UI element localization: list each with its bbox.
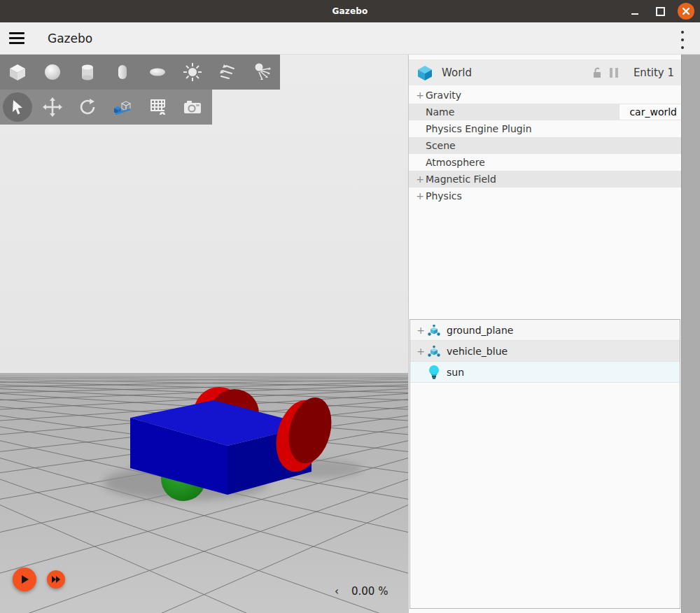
unlock-icon bbox=[591, 66, 603, 79]
component-inspector-panel: World Entity 1 + Gravity Nam bbox=[408, 55, 700, 613]
minimize-button[interactable] bbox=[627, 3, 643, 19]
tools-toolbar bbox=[0, 90, 212, 125]
expand-icon[interactable]: + bbox=[415, 190, 425, 202]
lock-button[interactable] bbox=[589, 64, 606, 81]
pause-icon bbox=[609, 67, 619, 78]
window-title: Gazebo bbox=[332, 6, 368, 16]
play-icon bbox=[20, 575, 29, 584]
snap-icon bbox=[112, 97, 133, 118]
spot-light-icon bbox=[252, 62, 273, 83]
entity-count-label: Entity 1 bbox=[634, 66, 674, 79]
play-button[interactable] bbox=[13, 568, 36, 591]
maximize-icon bbox=[656, 7, 665, 16]
maximize-button[interactable] bbox=[652, 3, 668, 19]
sphere-icon bbox=[42, 62, 63, 83]
fast-forward-icon bbox=[52, 576, 61, 583]
window-titlebar: Gazebo bbox=[0, 0, 700, 22]
world-header: World Entity 1 bbox=[409, 59, 681, 85]
rotate-tool-button[interactable] bbox=[70, 90, 105, 125]
kebab-menu-button[interactable] bbox=[678, 29, 687, 50]
property-row-name[interactable]: Name car_world bbox=[409, 104, 681, 120]
property-row-atmosphere[interactable]: Atmosphere bbox=[409, 154, 681, 171]
expand-icon[interactable]: + bbox=[415, 90, 425, 101]
pause-button[interactable] bbox=[606, 64, 622, 81]
property-label: Magnetic Field bbox=[426, 174, 496, 185]
close-icon bbox=[682, 7, 690, 15]
property-label: Scene bbox=[426, 140, 456, 151]
close-button[interactable] bbox=[678, 3, 694, 20]
model-icon bbox=[427, 324, 441, 337]
point-light-icon bbox=[182, 62, 203, 83]
world-cube-icon bbox=[417, 64, 433, 81]
entity-label: vehicle_blue bbox=[447, 346, 507, 357]
entity-label: sun bbox=[447, 367, 464, 378]
grid-view-icon bbox=[147, 97, 168, 118]
add-sphere-button[interactable] bbox=[35, 55, 70, 90]
entity-label: ground_plane bbox=[447, 325, 513, 336]
ellipsoid-icon bbox=[147, 62, 168, 83]
app-bar: Gazebo bbox=[0, 22, 700, 55]
property-label: Physics bbox=[426, 190, 462, 202]
expand-icon[interactable]: + bbox=[416, 325, 426, 336]
cylinder-icon bbox=[77, 62, 98, 83]
model-icon bbox=[427, 345, 441, 358]
stats-collapse-arrow[interactable]: ‹ bbox=[335, 585, 339, 598]
real-time-factor: 0.00 % bbox=[351, 585, 388, 598]
app-title: Gazebo bbox=[48, 31, 92, 45]
panel-scrollbar[interactable] bbox=[681, 55, 700, 613]
property-label: Physics Engine Plugin bbox=[426, 123, 532, 134]
add-cylinder-button[interactable] bbox=[70, 55, 105, 90]
entity-tree: + ground_plane + bbox=[410, 319, 680, 609]
add-ellipsoid-button[interactable] bbox=[140, 55, 175, 90]
scene-3d-viewport[interactable]: ‹ 0.00 % bbox=[0, 55, 408, 613]
box-icon bbox=[7, 62, 28, 83]
view-angle-tool-button[interactable] bbox=[140, 90, 175, 125]
light-bulb-icon bbox=[427, 365, 441, 380]
property-row-magnetic-field[interactable]: + Magnetic Field bbox=[409, 171, 681, 188]
world-name-value[interactable]: car_world bbox=[620, 104, 681, 120]
property-row-physics-engine-plugin[interactable]: Physics Engine Plugin bbox=[409, 120, 681, 137]
property-label: Gravity bbox=[426, 90, 461, 101]
property-label: Atmosphere bbox=[426, 157, 485, 168]
screenshot-tool-button[interactable] bbox=[175, 90, 210, 125]
tree-item-ground-plane[interactable]: + ground_plane bbox=[410, 320, 680, 341]
step-button[interactable] bbox=[47, 570, 65, 589]
add-spot-light-button[interactable] bbox=[245, 55, 280, 90]
translate-tool-button[interactable] bbox=[35, 90, 70, 125]
world-title: World bbox=[442, 66, 472, 79]
tree-item-sun[interactable]: sun bbox=[410, 362, 680, 383]
capsule-icon bbox=[112, 62, 133, 83]
minimize-icon bbox=[631, 13, 638, 15]
rotate-icon bbox=[77, 97, 98, 118]
tree-item-vehicle-blue[interactable]: + vehicle_blue bbox=[410, 341, 680, 362]
translate-icon bbox=[42, 97, 63, 118]
scene-canvas bbox=[0, 55, 408, 613]
add-capsule-button[interactable] bbox=[105, 55, 140, 90]
property-row-scene[interactable]: Scene bbox=[409, 137, 681, 154]
add-point-light-button[interactable] bbox=[175, 55, 210, 90]
add-directional-light-button[interactable] bbox=[210, 55, 245, 90]
add-box-button[interactable] bbox=[0, 55, 35, 90]
select-tool-button[interactable] bbox=[0, 90, 35, 125]
snap-tool-button[interactable] bbox=[105, 90, 140, 125]
property-row-gravity[interactable]: + Gravity bbox=[409, 87, 681, 104]
property-row-physics[interactable]: + Physics bbox=[409, 188, 681, 204]
directional-light-icon bbox=[217, 62, 238, 83]
expand-icon[interactable]: + bbox=[416, 346, 426, 357]
camera-icon bbox=[181, 97, 204, 118]
hamburger-menu-button[interactable] bbox=[9, 32, 24, 44]
property-label: Name bbox=[426, 106, 454, 118]
shapes-toolbar bbox=[0, 55, 280, 90]
select-arrow-icon bbox=[8, 97, 27, 117]
expand-icon[interactable]: + bbox=[415, 174, 425, 185]
